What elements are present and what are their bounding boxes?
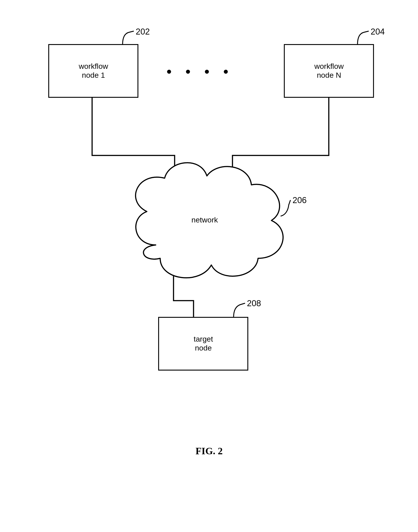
callout-204 bbox=[358, 31, 368, 45]
connector-network-target bbox=[174, 276, 194, 317]
refnum-206: 206 bbox=[292, 195, 307, 205]
workflow-node-1-label-line1: workflow bbox=[79, 62, 108, 70]
network-label: network bbox=[191, 216, 218, 224]
workflow-node-n-label-line2: node N bbox=[317, 71, 341, 79]
connector-node1-network bbox=[92, 97, 175, 183]
callout-202 bbox=[123, 31, 133, 45]
workflow-node-1-label-line2: node 1 bbox=[82, 71, 105, 79]
refnum-202: 202 bbox=[136, 27, 150, 36]
callout-206 bbox=[281, 200, 290, 216]
connector-nodeN-network bbox=[232, 97, 329, 183]
ellipsis-dot bbox=[167, 70, 171, 74]
diagram-canvas: workflow node 1 202 workflow node N 204 … bbox=[0, 0, 418, 532]
ellipsis-dot bbox=[186, 70, 190, 74]
workflow-node-n-label-line1: workflow bbox=[314, 62, 344, 70]
refnum-208: 208 bbox=[247, 299, 261, 308]
refnum-204: 204 bbox=[371, 27, 385, 36]
ellipsis-dot bbox=[224, 70, 228, 74]
target-node-label-line2: node bbox=[195, 344, 212, 352]
callout-208 bbox=[233, 303, 245, 317]
figure-caption: FIG. 2 bbox=[196, 446, 223, 457]
target-node-label-line1: target bbox=[194, 335, 213, 343]
ellipsis-dot bbox=[205, 70, 209, 74]
